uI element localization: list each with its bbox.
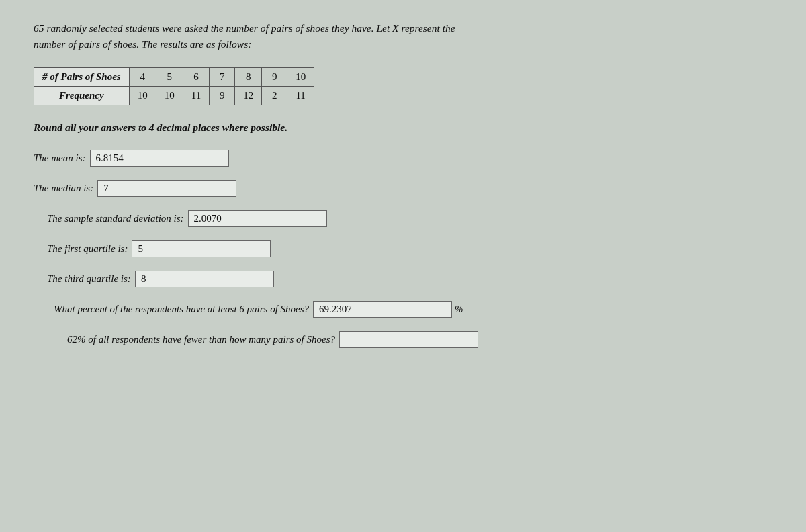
freq-8: 12 — [235, 87, 262, 105]
percent-row: What percent of the respondents have at … — [54, 301, 772, 318]
last-row: 62% of all respondents have fewer than h… — [67, 331, 772, 348]
table-header-4: 4 — [129, 68, 156, 87]
table-header-label: # of Pairs of Shoes — [34, 68, 130, 87]
median-row: The median is: — [34, 180, 772, 197]
mean-input[interactable] — [90, 150, 229, 167]
q3-row: The third quartile is: — [47, 271, 772, 287]
table-header-5: 5 — [156, 68, 183, 87]
mean-label: The mean is: — [34, 152, 86, 164]
table-header-6: 6 — [183, 68, 209, 87]
intro-line2: number of pairs of shoes. The results ar… — [34, 38, 251, 50]
table-header-8: 8 — [235, 68, 262, 87]
q1-label: The first quartile is: — [47, 243, 128, 255]
freq-10: 11 — [287, 87, 314, 105]
intro-paragraph: 65 randomly selected students were asked… — [34, 20, 772, 52]
freq-6: 11 — [183, 87, 209, 105]
q1-row: The first quartile is: — [47, 240, 772, 257]
freq-9: 2 — [262, 87, 287, 105]
percent-symbol: % — [455, 304, 463, 315]
round-note: Round all your answers to 4 decimal plac… — [34, 122, 772, 134]
intro-line1: 65 randomly selected students were asked… — [34, 22, 455, 34]
std-input[interactable] — [188, 210, 327, 227]
std-label: The sample standard deviation is: — [47, 213, 184, 224]
last-label: 62% of all respondents have fewer than h… — [67, 334, 335, 345]
table-header-10: 10 — [287, 68, 314, 87]
last-input[interactable] — [339, 331, 478, 348]
q1-input[interactable] — [132, 240, 271, 257]
std-row: The sample standard deviation is: — [47, 210, 772, 227]
median-input[interactable] — [97, 180, 236, 197]
percent-input[interactable] — [313, 301, 452, 318]
q3-input[interactable] — [135, 271, 274, 287]
table-header-7: 7 — [210, 68, 235, 87]
table-header-9: 9 — [262, 68, 287, 87]
freq-7: 9 — [210, 87, 235, 105]
q3-label: The third quartile is: — [47, 273, 131, 285]
data-table: # of Pairs of Shoes 4 5 6 7 8 9 10 Frequ… — [34, 67, 314, 105]
median-label: The median is: — [34, 183, 93, 194]
freq-4: 10 — [129, 87, 156, 105]
percent-label: What percent of the respondents have at … — [54, 304, 309, 315]
mean-row: The mean is: — [34, 150, 772, 167]
freq-5: 10 — [156, 87, 183, 105]
frequency-label: Frequency — [34, 87, 130, 105]
